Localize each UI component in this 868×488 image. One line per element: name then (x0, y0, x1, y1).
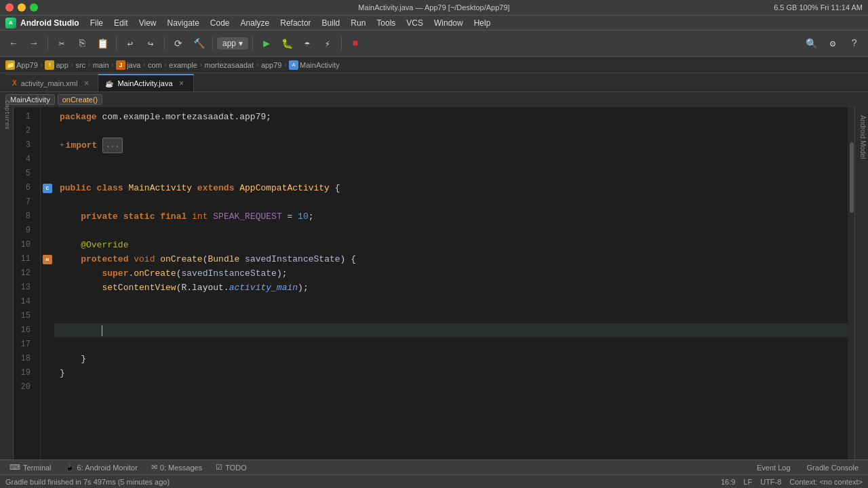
breadcrumb-mainactivity[interactable]: A MainActivity (289, 60, 340, 70)
toolbar-sep-5 (252, 37, 253, 50)
android-monitor-tab[interactable]: 📱 6: Android Monitor (61, 460, 142, 474)
redo-button[interactable]: ↪ (141, 34, 160, 53)
code-editor[interactable]: package com.example.mortezasaadat.app79;… (54, 107, 848, 460)
back-button[interactable]: ← (4, 34, 23, 53)
code-breadcrumb-class[interactable]: MainActivity (5, 94, 55, 105)
terminal-label: Terminal (23, 464, 52, 472)
icon-line-8 (41, 209, 54, 224)
breadcrumb-mortezasaadat[interactable]: mortezasaadat (205, 61, 254, 69)
context-info: Context: <no context> (789, 478, 863, 486)
run-config-selector[interactable]: app ▾ (217, 37, 248, 49)
undo-button[interactable]: ↩ (121, 34, 140, 53)
messages-label: 0: Messages (160, 464, 202, 472)
profile-button[interactable]: ⚡ (318, 34, 337, 53)
code-line-11: protected void onCreate(Bundle savedInst… (54, 252, 848, 266)
menu-analyze[interactable]: Analyze (241, 18, 270, 28)
terminal-tab[interactable]: ⌨ Terminal (5, 460, 56, 474)
left-sidebar: Captures (0, 107, 14, 460)
android-model-label[interactable]: Android Model (855, 113, 868, 161)
code-line-16[interactable] (54, 323, 848, 338)
menu-help[interactable]: Help (474, 18, 491, 28)
line-separator: LF (743, 478, 752, 486)
title-bar-right: 6.5 GB 100% Fri 11:14 AM (774, 3, 863, 12)
kw-public: public (60, 181, 97, 195)
import-collapsed[interactable]: ... (102, 138, 123, 153)
breadcrumb-app[interactable]: f app (45, 60, 68, 70)
breadcrumb-java[interactable]: J java (116, 60, 140, 70)
close-button[interactable] (5, 3, 14, 12)
breadcrumb-mortezasaadat-label: mortezasaadat (205, 61, 254, 69)
breadcrumb-sep-5: › (142, 61, 146, 69)
capture-icon[interactable]: Captures (1, 110, 12, 121)
breadcrumb-example[interactable]: example (169, 61, 197, 69)
menu-window[interactable]: Window (434, 18, 463, 28)
breadcrumb-app79[interactable]: app79 (261, 61, 282, 69)
search-toolbar-button[interactable]: 🔍 (802, 34, 821, 53)
scrollbar-thumb[interactable] (850, 142, 854, 213)
toolbar-right: 🔍 ⚙ ? (802, 34, 864, 53)
num-10: 10 (298, 209, 309, 224)
menu-build[interactable]: Build (322, 18, 340, 28)
settings-button[interactable]: ⚙ (823, 34, 842, 53)
refresh-button[interactable]: ⟳ (169, 34, 188, 53)
cut-button[interactable]: ✂ (52, 34, 71, 53)
maximize-button[interactable] (30, 3, 38, 12)
code-line-4 (54, 152, 848, 167)
code-line-8: private static final int SPEAK_REQUEST =… (54, 209, 848, 224)
tab-xml-close[interactable]: × (81, 79, 91, 88)
code-line-20 (54, 380, 848, 394)
breadcrumb-sep-4: › (111, 61, 115, 69)
code-line-10: @Override (54, 238, 848, 252)
gradle-console-button[interactable]: Gradle Console (803, 464, 863, 472)
menu-view[interactable]: View (139, 18, 157, 28)
coverage-button[interactable]: ☂ (298, 34, 317, 53)
line-num-5: 5 (14, 167, 35, 181)
debug-button[interactable]: 🐛 (277, 34, 296, 53)
fold-icon-import[interactable]: + (60, 138, 64, 152)
editor-scrollbar[interactable] (848, 107, 854, 460)
messages-tab[interactable]: ✉ 0: Messages (147, 460, 206, 474)
icon-line-10 (41, 238, 54, 252)
toolbar: ← → ✂ ⎘ 📋 ↩ ↪ ⟳ 🔨 app ▾ ▶ 🐛 ☂ ⚡ ■ 🔍 ⚙ ? (0, 30, 868, 57)
event-log-button[interactable]: Event Log (753, 464, 795, 472)
build-button[interactable]: 🔨 (189, 34, 208, 53)
breadcrumb-main[interactable]: main (93, 61, 109, 69)
minimize-button[interactable] (18, 3, 26, 12)
icon-line-15 (41, 309, 54, 323)
line-num-18: 18 (14, 352, 35, 366)
breadcrumb-src-label: src (75, 61, 85, 69)
forward-button[interactable]: → (24, 34, 43, 53)
code-line-9 (54, 224, 848, 238)
menu-tools[interactable]: Tools (376, 18, 395, 28)
copy-button[interactable]: ⎘ (73, 34, 92, 53)
breadcrumb-src[interactable]: src (75, 61, 85, 69)
line-num-19: 19 (14, 366, 35, 380)
breadcrumb-main-label: main (93, 61, 109, 69)
app-name: Android Studio (20, 18, 79, 28)
folder-icon: 📁 (5, 60, 15, 70)
todo-tab[interactable]: ☑ TODO (212, 460, 251, 474)
tab-mainactivity-java[interactable]: ☕ MainActivity.java × (98, 74, 193, 92)
editor-container: 1 2 3 4 5 6 7 8 9 10 11 12 13 14 15 16 1… (14, 107, 868, 460)
menu-code[interactable]: Code (210, 18, 230, 28)
encoding: UTF-8 (760, 478, 781, 486)
paste-button[interactable]: 📋 (93, 34, 112, 53)
stop-button[interactable]: ■ (346, 34, 365, 53)
menu-vcs[interactable]: VCS (406, 18, 423, 28)
breadcrumb-app79[interactable]: 📁 App79 (5, 60, 38, 70)
tab-java-close[interactable]: × (177, 79, 186, 88)
menu-edit[interactable]: Edit (114, 18, 128, 28)
param-savedinstancestate: savedInstanceState (245, 252, 340, 266)
code-breadcrumb-method[interactable]: onCreate() (58, 94, 103, 105)
kw-class: class (97, 181, 129, 195)
tab-activity-main-xml[interactable]: X activity_main.xml × (5, 74, 98, 92)
run-button[interactable]: ▶ (257, 34, 276, 53)
menu-file[interactable]: File (90, 18, 103, 28)
menu-refactor[interactable]: Refactor (280, 18, 311, 28)
android-studio-icon: A (5, 18, 16, 28)
breadcrumb-com[interactable]: com (148, 61, 162, 69)
menu-navigate[interactable]: Navigate (167, 18, 199, 28)
code-line-5 (54, 167, 848, 181)
menu-run[interactable]: Run (351, 18, 366, 28)
help-button[interactable]: ? (845, 34, 864, 53)
